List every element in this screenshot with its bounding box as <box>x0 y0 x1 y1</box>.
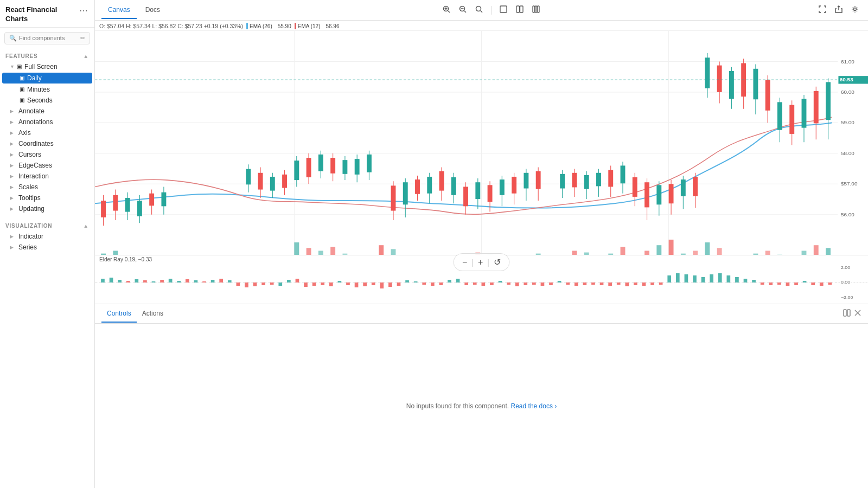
svg-rect-256 <box>363 282 367 286</box>
svg-text:56.00: 56.00 <box>841 211 854 217</box>
zoom-out-chart-button[interactable]: − <box>459 256 470 268</box>
svg-rect-279 <box>558 281 561 282</box>
svg-rect-131 <box>439 171 444 191</box>
svg-rect-93 <box>125 198 130 212</box>
sidebar-item-interaction[interactable]: ▶ Interaction <box>2 171 92 182</box>
svg-rect-89 <box>101 201 106 217</box>
svg-rect-235 <box>186 279 189 282</box>
top-toolbar: Canvas Docs <box>95 0 868 21</box>
panel-expand-button[interactable] <box>843 309 851 318</box>
svg-rect-270 <box>482 282 486 286</box>
full-screen-icon: ▣ <box>17 63 22 69</box>
expand-arrow-icon: ▶ <box>10 108 14 114</box>
bottom-panel: Controls Actions <box>95 304 868 488</box>
sidebar-item-scales[interactable]: ▶ Scales <box>2 182 92 192</box>
expand-arrow-icon: ▶ <box>10 141 14 146</box>
svg-point-7 <box>476 7 481 11</box>
sidebar-item-minutes[interactable]: ▣ Minutes <box>2 84 92 95</box>
share-button[interactable] <box>832 4 845 16</box>
seconds-icon: ▣ <box>20 97 24 103</box>
sidebar-item-series[interactable]: ▶ Series <box>2 242 92 253</box>
svg-rect-297 <box>710 274 713 282</box>
expand-arrow-icon: ▶ <box>10 130 14 136</box>
chart-info-bar: O: $57.04 H: $57.34 L: $56.82 C: $57.23 … <box>95 21 868 31</box>
grid-1-button[interactable] <box>497 4 510 16</box>
svg-text:59.00: 59.00 <box>841 120 854 126</box>
tab-docs[interactable]: Docs <box>139 2 167 19</box>
svg-rect-233 <box>169 279 173 282</box>
svg-rect-230 <box>143 280 147 282</box>
svg-rect-147 <box>536 171 541 189</box>
svg-rect-282 <box>583 282 587 285</box>
sidebar-item-seconds[interactable]: ▣ Seconds <box>2 95 92 106</box>
sidebar-item-cursors[interactable]: ▶ Cursors <box>2 149 92 160</box>
svg-rect-295 <box>693 275 697 282</box>
svg-rect-287 <box>625 282 629 286</box>
search-input[interactable] <box>19 35 80 41</box>
svg-rect-133 <box>451 177 456 195</box>
sidebar-item-indicator[interactable]: ▶ Indicator <box>2 231 92 242</box>
svg-rect-167 <box>669 184 674 203</box>
panel-close-button[interactable] <box>854 309 861 318</box>
read-docs-link[interactable]: Read the docs › <box>511 402 557 410</box>
fullscreen-button[interactable] <box>816 4 829 16</box>
sidebar-item-annotate[interactable]: ▶ Annotate <box>2 106 92 117</box>
svg-rect-267 <box>456 279 460 282</box>
tab-canvas[interactable]: Canvas <box>101 2 137 19</box>
zoom-controls: − | + | ↺ <box>453 253 510 271</box>
svg-rect-272 <box>499 281 502 282</box>
tab-controls[interactable]: Controls <box>101 305 137 323</box>
chart-canvas[interactable]: 61.00 60.00 59.00 58.00 $57.00 56.00 60.… <box>95 31 868 304</box>
expand-arrow-icon: ▶ <box>10 234 14 239</box>
sidebar-item-annotations[interactable]: ▶ Annotations <box>2 117 92 127</box>
svg-rect-97 <box>149 194 154 206</box>
svg-rect-169 <box>681 179 686 196</box>
sidebar-item-edgecases[interactable]: ▶ EdgeCases <box>2 160 92 171</box>
sidebar-item-updating[interactable]: ▶ Updating <box>2 203 92 214</box>
zoom-reset-button[interactable]: ↺ <box>490 256 504 268</box>
sidebar-item-full-screen[interactable]: ▼ ▣ Full Screen <box>2 61 92 72</box>
svg-rect-310 <box>820 282 824 286</box>
svg-rect-317 <box>844 310 846 316</box>
tab-actions[interactable]: Actions <box>137 305 169 323</box>
chart-area: O: $57.04 H: $57.34 L: $56.82 C: $57.23 … <box>95 21 868 488</box>
grid-2-button[interactable] <box>513 4 526 16</box>
svg-rect-91 <box>113 195 118 211</box>
svg-rect-14 <box>538 6 540 12</box>
svg-rect-264 <box>431 282 435 286</box>
svg-rect-191 <box>814 91 819 124</box>
zoom-out-button[interactable] <box>456 4 469 16</box>
sidebar-item-tooltips[interactable]: ▶ Tooltips <box>2 192 92 203</box>
svg-rect-305 <box>777 282 781 285</box>
sidebar-menu-button[interactable]: ⋯ <box>78 5 89 16</box>
sidebar-item-label: Daily <box>27 74 42 82</box>
zoom-in-button[interactable] <box>440 4 453 16</box>
zoom-in-chart-button[interactable]: + <box>475 256 486 268</box>
app-title: React Financial Charts <box>5 5 78 24</box>
svg-rect-226 <box>110 278 113 282</box>
settings-button[interactable] <box>848 4 861 16</box>
svg-rect-225 <box>101 279 105 282</box>
sidebar-item-axis[interactable]: ▶ Axis <box>2 127 92 138</box>
sidebar-item-label: Cursors <box>18 151 41 158</box>
svg-rect-13 <box>535 6 537 12</box>
visualization-collapse-button[interactable]: ▲ <box>83 223 89 229</box>
search-box[interactable]: 🔍 ✏ <box>4 32 90 44</box>
ema2-value: 56.96 <box>326 23 339 29</box>
zoom-fit-button[interactable] <box>473 4 486 16</box>
svg-text:61.00: 61.00 <box>841 59 854 65</box>
svg-rect-308 <box>803 281 807 282</box>
features-collapse-button[interactable]: ▲ <box>83 53 89 59</box>
svg-rect-306 <box>786 282 790 286</box>
svg-rect-103 <box>258 173 263 190</box>
sidebar-item-daily[interactable]: ▣ Daily <box>2 73 92 84</box>
svg-text:60.53: 60.53 <box>840 77 853 83</box>
svg-rect-187 <box>789 105 794 134</box>
svg-rect-159 <box>621 165 626 183</box>
daily-icon: ▣ <box>20 75 24 81</box>
sidebar-item-label: Updating <box>18 205 44 213</box>
svg-rect-229 <box>135 279 138 282</box>
grid-3-button[interactable] <box>529 4 542 16</box>
svg-rect-259 <box>388 282 392 287</box>
sidebar-item-coordinates[interactable]: ▶ Coordinates <box>2 138 92 149</box>
